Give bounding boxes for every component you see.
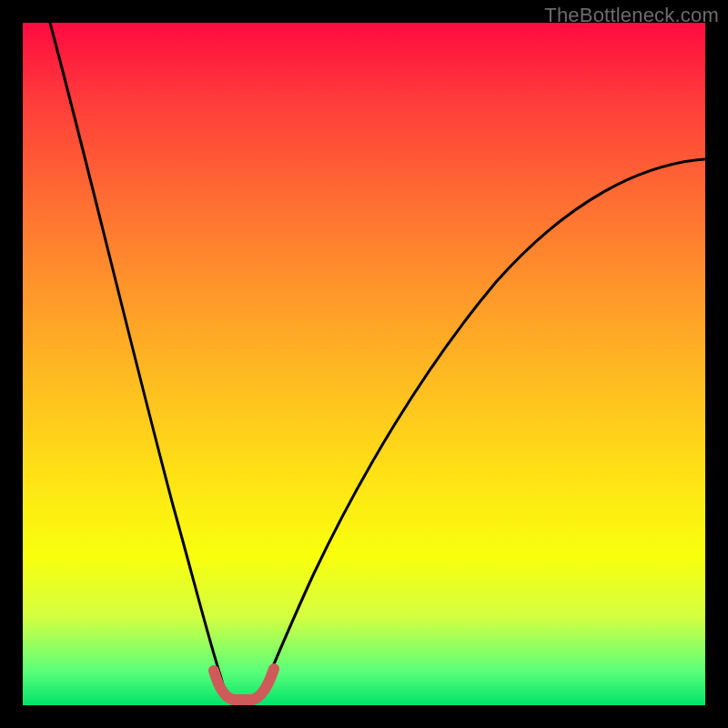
watermark-text: TheBottleneck.com [544, 4, 719, 27]
chart-svg [23, 23, 705, 705]
trough-highlight [214, 669, 274, 700]
curve-right [262, 159, 705, 692]
chart-frame [23, 23, 705, 705]
curve-left [50, 23, 225, 692]
